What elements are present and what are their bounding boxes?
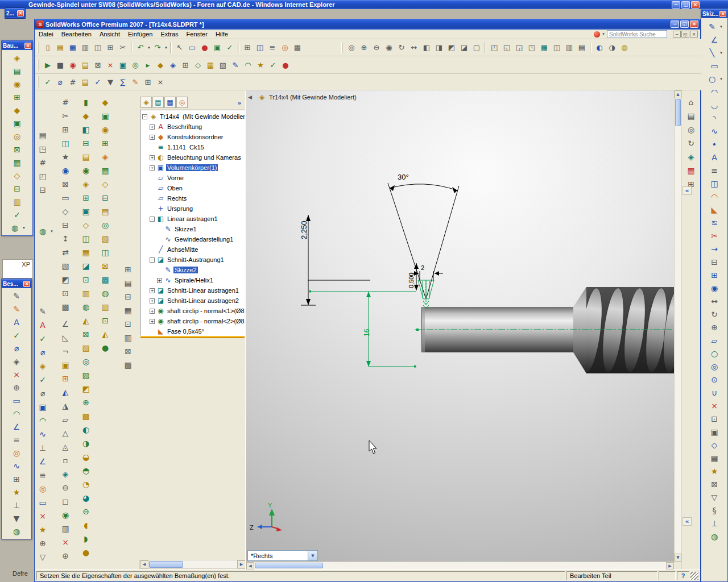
tool-icon[interactable]: ◫ xyxy=(98,246,112,259)
collapse-icon[interactable]: - xyxy=(142,114,147,119)
tool-icon[interactable]: ∿ xyxy=(36,427,49,441)
scroll-up-button[interactable]: ▲ xyxy=(675,90,681,98)
feature-tool-icon[interactable]: ◧ xyxy=(79,123,93,136)
hidden-lines-removed-icon[interactable]: ◩ xyxy=(445,42,458,53)
tree-item[interactable]: +◪Schnitt-Linear austragen2 xyxy=(141,296,244,306)
globe-icon[interactable]: ◍ xyxy=(8,221,22,234)
tool-icon[interactable]: ∠ xyxy=(59,317,72,331)
centerpoint-arc-icon[interactable]: ◠ xyxy=(708,85,721,98)
table-icon[interactable]: ⊟ xyxy=(121,290,135,304)
tool-icon[interactable]: ✓ xyxy=(267,59,279,70)
tool-icon[interactable]: ◇ xyxy=(708,438,721,451)
tool-icon[interactable]: ⊕ xyxy=(36,537,49,550)
close-button[interactable]: × xyxy=(690,20,698,28)
tree-item-label[interactable]: AchseMitte xyxy=(166,246,199,253)
tree-item-label[interactable]: Linear austragen1 xyxy=(166,215,219,222)
feature-tool-icon[interactable]: ● xyxy=(79,546,93,559)
tree-item-label[interactable]: Fase 0,5x45° xyxy=(166,328,205,335)
part-tool-icon[interactable]: ⊞ xyxy=(10,90,24,103)
tree-item-label[interactable]: Skizze1 xyxy=(173,226,198,232)
tree-item-label[interactable]: shaft circlip - normal<1>(Ø8 x xyxy=(166,307,245,314)
feature-tool-icon[interactable]: ⊞ xyxy=(79,191,93,205)
tool-icon[interactable]: ⊡ xyxy=(708,412,721,425)
feature-tool-icon[interactable]: ▣ xyxy=(79,205,93,218)
width-dimension[interactable]: 2 xyxy=(421,264,424,271)
tool-icon[interactable]: ⊞ xyxy=(10,472,23,485)
combo-dropdown-icon[interactable]: ▼ xyxy=(308,551,317,560)
feature-tool-icon[interactable]: ◕ xyxy=(79,491,93,505)
table-icon[interactable]: ⊡ xyxy=(121,317,135,331)
point-icon[interactable]: • xyxy=(708,138,721,151)
scroll-right-button[interactable]: ▶ xyxy=(666,562,674,569)
tool-icon[interactable]: ▸ xyxy=(142,59,154,70)
tool-icon[interactable]: ★ xyxy=(36,523,49,537)
tool-icon[interactable]: ◭ xyxy=(59,385,72,399)
open-icon[interactable]: ▤ xyxy=(54,42,67,53)
dropdown-arrow-icon[interactable]: ▾ xyxy=(719,51,723,55)
expand-icon[interactable]: + xyxy=(150,298,155,304)
check-sketch-icon[interactable]: ✓ xyxy=(92,76,104,88)
minimize-button[interactable]: − xyxy=(671,20,679,28)
print-icon[interactable]: ▥ xyxy=(79,42,92,53)
shaded-with-edges-icon[interactable]: ◪ xyxy=(458,42,470,53)
assembly-tool-icon[interactable]: ◫ xyxy=(551,42,563,53)
tool-icon[interactable]: × xyxy=(154,76,167,88)
toolbar-grip[interactable] xyxy=(341,42,343,53)
tool-icon[interactable]: ⊞ xyxy=(59,123,72,136)
construction-line-icon[interactable]: ≡ xyxy=(708,164,721,177)
home-icon[interactable]: ⌂ xyxy=(684,95,698,109)
feature-tool-icon[interactable]: ◩ xyxy=(79,382,93,396)
tool-icon[interactable]: ⊥ xyxy=(10,498,23,512)
tree-item-label[interactable]: Gewindedarstellung1 xyxy=(173,236,234,243)
tree-item-label[interactable]: Rechts xyxy=(166,195,188,202)
tool-icon[interactable]: ≡ xyxy=(36,468,49,482)
rebuild-icon[interactable]: ▣ xyxy=(211,42,224,53)
note-icon[interactable]: ▤ xyxy=(79,76,92,88)
tool-icon[interactable]: ⊥ xyxy=(36,441,49,455)
tree-item[interactable]: -◪Schnitt-Austragung1 xyxy=(141,255,244,265)
ie-close-button[interactable]: × xyxy=(691,1,700,9)
tree-item-label[interactable]: Schnitt-Austragung1 xyxy=(166,256,225,263)
assembly-tool-icon[interactable]: ▦ xyxy=(538,42,551,53)
shaded-icon[interactable]: ▢ xyxy=(470,42,483,53)
tree-item[interactable]: +◆Konstruktionsordner xyxy=(141,132,244,142)
feature-tool-icon[interactable]: ⊕ xyxy=(79,396,93,409)
undo-icon[interactable]: ↶ xyxy=(134,42,147,53)
table-icon[interactable]: ▦ xyxy=(121,304,135,317)
feature-tool-icon[interactable]: ◎ xyxy=(79,355,93,368)
view-tool-icon[interactable]: ↻ xyxy=(684,136,698,150)
tool-icon[interactable]: ▩ xyxy=(98,273,112,286)
tool-icon[interactable]: ⊕ xyxy=(10,381,23,394)
skizze-palette-titlebar[interactable]: Skiz... × xyxy=(701,9,727,18)
scale-entities-icon[interactable]: ⊕ xyxy=(708,321,721,334)
parabola-icon[interactable]: ∪ xyxy=(708,386,721,399)
length-dimension[interactable]: 2,250 xyxy=(300,221,308,239)
tool-icon[interactable]: ✎ xyxy=(229,59,242,70)
tree-item-label[interactable]: Vorne xyxy=(166,174,185,181)
tool-icon[interactable]: ◩ xyxy=(59,273,72,286)
circular-pattern-icon[interactable]: ◉ xyxy=(708,281,721,294)
part-tool-icon[interactable]: ⊠ xyxy=(10,143,24,156)
feature-tool-icon[interactable]: ▮ xyxy=(79,95,93,109)
tool-icon[interactable]: ▼ xyxy=(10,512,23,525)
quick-help-cell[interactable]: ? xyxy=(677,571,689,580)
tool-icon[interactable]: ▦ xyxy=(98,164,112,177)
tool-icon[interactable]: ◎ xyxy=(36,482,49,496)
appearance-icon[interactable]: ◎ xyxy=(279,42,291,53)
zoom-fit-icon[interactable]: ◎ xyxy=(345,42,358,53)
tree-item-label[interactable]: Schnitt-Linear austragen2 xyxy=(166,297,240,304)
menu-extras[interactable]: Extras xyxy=(156,30,182,38)
tree-item-label[interactable]: Tr14x4 (Mit Gewinde Modeliert) xyxy=(159,113,245,120)
tree-item-label[interactable]: 1.1141 Ck15 xyxy=(166,144,205,151)
ie-minimize-button[interactable]: − xyxy=(672,1,680,9)
part-tool-icon[interactable]: ▣ xyxy=(10,117,24,130)
tool-icon[interactable]: ⊞ xyxy=(59,372,72,385)
tool-icon[interactable]: # xyxy=(59,95,72,109)
tool-icon[interactable]: ▤ xyxy=(79,59,92,70)
tool-icon[interactable]: ▧ xyxy=(217,59,229,70)
feature-tool-icon[interactable]: ◓ xyxy=(79,464,93,477)
three-point-arc-icon[interactable]: ◝ xyxy=(708,111,721,124)
feature-tool-icon[interactable]: ◐ xyxy=(79,423,93,436)
rollback-bar[interactable] xyxy=(140,336,245,338)
threaded-spindle-model[interactable] xyxy=(421,287,674,374)
